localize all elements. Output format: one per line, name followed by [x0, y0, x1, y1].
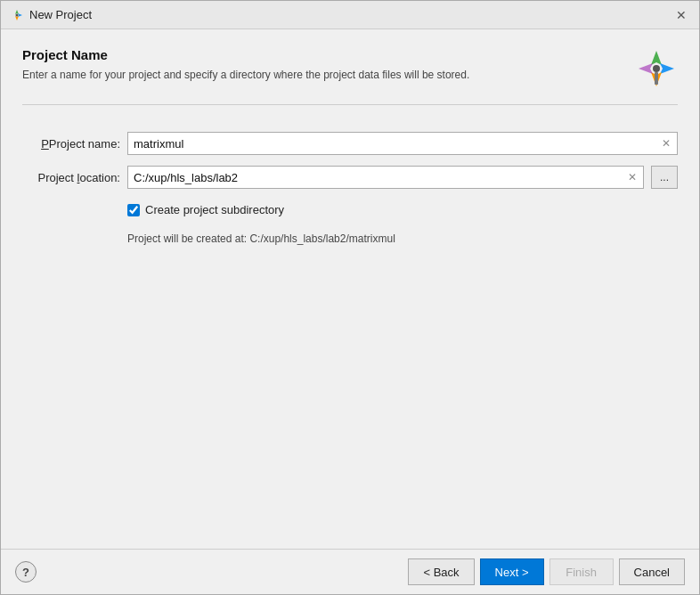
svg-point-3: [16, 13, 19, 16]
project-name-clear-button[interactable]: ✕: [656, 134, 676, 153]
checkbox-row: Create project subdirectory: [127, 203, 678, 216]
browse-button[interactable]: ...: [651, 166, 678, 189]
project-name-label: PProject name:: [22, 137, 120, 151]
next-button[interactable]: Next >: [480, 558, 544, 585]
svg-rect-9: [655, 72, 658, 85]
finish-button: Finish: [549, 558, 614, 585]
cancel-button[interactable]: Cancel: [619, 558, 685, 585]
section-description: Enter a name for your project and specif…: [22, 68, 469, 83]
svg-marker-5: [660, 63, 674, 74]
project-location-input[interactable]: [127, 166, 644, 189]
create-subdirectory-checkbox[interactable]: [127, 204, 140, 216]
title-bar: New Project ✕: [1, 1, 699, 29]
project-location-input-wrapper: ✕: [127, 166, 644, 189]
path-info: Project will be created at: C:/xup/hls_l…: [127, 232, 678, 245]
project-name-row: PProject name: ✕: [22, 132, 678, 155]
project-name-input-wrapper: ✕: [127, 132, 678, 155]
dialog: New Project ✕ Project Name Enter a name …: [0, 0, 700, 595]
footer-left: ?: [15, 561, 37, 583]
close-button[interactable]: ✕: [672, 6, 690, 24]
svg-marker-4: [651, 51, 662, 65]
create-subdirectory-label[interactable]: Create project subdirectory: [145, 203, 284, 216]
back-button[interactable]: < Back: [408, 558, 474, 585]
title-bar-icon: [10, 8, 24, 22]
footer-right: < Back Next > Finish Cancel: [408, 558, 685, 585]
project-location-row: Project location: ✕ ...: [22, 166, 678, 189]
form-section: PProject name: ✕ Project location: ✕ ...: [22, 132, 678, 245]
section-title: Project Name: [22, 47, 469, 62]
content-area: Project Name Enter a name for your proje…: [1, 29, 699, 549]
svg-point-8: [653, 65, 660, 72]
svg-marker-7: [639, 63, 653, 74]
header-section: Project Name Enter a name for your proje…: [22, 47, 678, 105]
header-text: Project Name Enter a name for your proje…: [22, 47, 469, 83]
project-location-clear-button[interactable]: ✕: [623, 167, 642, 187]
project-location-label: Project location:: [22, 171, 120, 184]
logo-icon: [635, 47, 678, 90]
title-bar-title: New Project: [29, 8, 672, 21]
svg-marker-2: [15, 16, 19, 20]
project-name-input[interactable]: [127, 132, 678, 155]
help-button[interactable]: ?: [15, 561, 37, 583]
footer: ? < Back Next > Finish Cancel: [1, 549, 699, 594]
